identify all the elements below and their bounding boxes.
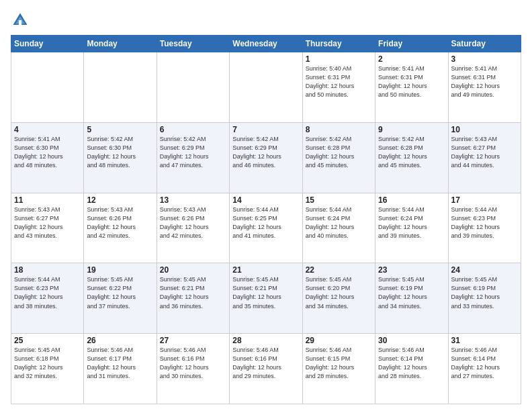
- calendar: SundayMondayTuesdayWednesdayThursdayFrid…: [11, 35, 521, 404]
- day-info: Sunrise: 5:42 AM Sunset: 6:29 PM Dayligh…: [232, 135, 299, 170]
- day-number: 29: [306, 336, 372, 345]
- day-number: 23: [378, 265, 445, 275]
- day-info: Sunrise: 5:45 AM Sunset: 6:20 PM Dayligh…: [306, 275, 372, 310]
- day-number: 22: [306, 265, 372, 275]
- day-info: Sunrise: 5:46 AM Sunset: 6:14 PM Dayligh…: [378, 346, 445, 381]
- day-number: 18: [14, 265, 81, 275]
- day-number: 2: [378, 54, 445, 64]
- calendar-week-row: 1Sunrise: 5:40 AM Sunset: 6:31 PM Daylig…: [11, 52, 521, 123]
- day-info: Sunrise: 5:45 AM Sunset: 6:21 PM Dayligh…: [232, 275, 299, 310]
- calendar-cell: 5Sunrise: 5:42 AM Sunset: 6:30 PM Daylig…: [84, 122, 157, 193]
- day-info: Sunrise: 5:42 AM Sunset: 6:29 PM Dayligh…: [160, 135, 226, 170]
- calendar-week-row: 18Sunrise: 5:44 AM Sunset: 6:23 PM Dayli…: [11, 263, 521, 334]
- day-info: Sunrise: 5:43 AM Sunset: 6:26 PM Dayligh…: [87, 205, 153, 240]
- weekday-header: Tuesday: [157, 36, 229, 52]
- calendar-cell: 11Sunrise: 5:43 AM Sunset: 6:27 PM Dayli…: [11, 193, 84, 263]
- day-number: 15: [306, 195, 372, 205]
- day-info: Sunrise: 5:41 AM Sunset: 6:30 PM Dayligh…: [14, 135, 81, 170]
- day-number: 11: [14, 195, 81, 205]
- day-info: Sunrise: 5:45 AM Sunset: 6:19 PM Dayligh…: [451, 275, 518, 310]
- calendar-cell: 12Sunrise: 5:43 AM Sunset: 6:26 PM Dayli…: [84, 193, 157, 263]
- calendar-cell: [11, 52, 84, 123]
- calendar-cell: 17Sunrise: 5:44 AM Sunset: 6:23 PM Dayli…: [448, 193, 521, 263]
- day-number: 16: [378, 195, 445, 205]
- day-info: Sunrise: 5:43 AM Sunset: 6:26 PM Dayligh…: [160, 205, 226, 240]
- day-number: 31: [451, 336, 518, 345]
- calendar-cell: 31Sunrise: 5:46 AM Sunset: 6:14 PM Dayli…: [448, 334, 521, 404]
- day-info: Sunrise: 5:44 AM Sunset: 6:24 PM Dayligh…: [378, 205, 445, 240]
- day-info: Sunrise: 5:46 AM Sunset: 6:14 PM Dayligh…: [451, 346, 518, 381]
- calendar-cell: 1Sunrise: 5:40 AM Sunset: 6:31 PM Daylig…: [302, 52, 375, 123]
- day-number: 12: [87, 195, 153, 205]
- calendar-cell: [230, 52, 302, 123]
- calendar-week-row: 25Sunrise: 5:45 AM Sunset: 6:18 PM Dayli…: [11, 334, 521, 404]
- calendar-cell: 16Sunrise: 5:44 AM Sunset: 6:24 PM Dayli…: [375, 193, 448, 263]
- day-info: Sunrise: 5:44 AM Sunset: 6:23 PM Dayligh…: [451, 205, 518, 240]
- header: [11, 11, 521, 30]
- day-number: 1: [306, 54, 372, 64]
- day-info: Sunrise: 5:44 AM Sunset: 6:23 PM Dayligh…: [14, 275, 81, 310]
- day-info: Sunrise: 5:43 AM Sunset: 6:27 PM Dayligh…: [14, 205, 81, 240]
- weekday-header: Friday: [375, 36, 448, 52]
- day-info: Sunrise: 5:44 AM Sunset: 6:24 PM Dayligh…: [306, 205, 372, 240]
- day-number: 20: [160, 265, 226, 275]
- calendar-cell: 13Sunrise: 5:43 AM Sunset: 6:26 PM Dayli…: [157, 193, 229, 263]
- day-info: Sunrise: 5:43 AM Sunset: 6:27 PM Dayligh…: [451, 135, 518, 170]
- weekday-header: Wednesday: [230, 36, 302, 52]
- day-info: Sunrise: 5:42 AM Sunset: 6:28 PM Dayligh…: [306, 135, 372, 170]
- day-info: Sunrise: 5:42 AM Sunset: 6:30 PM Dayligh…: [87, 135, 153, 170]
- day-info: Sunrise: 5:40 AM Sunset: 6:31 PM Dayligh…: [306, 64, 372, 99]
- day-number: 21: [232, 265, 299, 275]
- calendar-cell: 2Sunrise: 5:41 AM Sunset: 6:31 PM Daylig…: [375, 52, 448, 123]
- calendar-cell: 29Sunrise: 5:46 AM Sunset: 6:15 PM Dayli…: [302, 334, 375, 404]
- day-info: Sunrise: 5:42 AM Sunset: 6:28 PM Dayligh…: [378, 135, 445, 170]
- calendar-cell: 20Sunrise: 5:45 AM Sunset: 6:21 PM Dayli…: [157, 263, 229, 334]
- calendar-cell: 18Sunrise: 5:44 AM Sunset: 6:23 PM Dayli…: [11, 263, 84, 334]
- calendar-cell: 4Sunrise: 5:41 AM Sunset: 6:30 PM Daylig…: [11, 122, 84, 193]
- weekday-header: Monday: [84, 36, 157, 52]
- day-info: Sunrise: 5:45 AM Sunset: 6:21 PM Dayligh…: [160, 275, 226, 310]
- calendar-cell: 21Sunrise: 5:45 AM Sunset: 6:21 PM Dayli…: [230, 263, 302, 334]
- logo: [11, 11, 32, 30]
- day-info: Sunrise: 5:45 AM Sunset: 6:19 PM Dayligh…: [378, 275, 445, 310]
- calendar-cell: 6Sunrise: 5:42 AM Sunset: 6:29 PM Daylig…: [157, 122, 229, 193]
- calendar-cell: 27Sunrise: 5:46 AM Sunset: 6:16 PM Dayli…: [157, 334, 229, 404]
- calendar-cell: [157, 52, 229, 123]
- calendar-cell: 10Sunrise: 5:43 AM Sunset: 6:27 PM Dayli…: [448, 122, 521, 193]
- day-number: 3: [451, 54, 518, 64]
- day-number: 13: [160, 195, 226, 205]
- page: SundayMondayTuesdayWednesdayThursdayFrid…: [0, 0, 532, 411]
- day-number: 6: [160, 125, 226, 134]
- calendar-week-row: 4Sunrise: 5:41 AM Sunset: 6:30 PM Daylig…: [11, 122, 521, 193]
- calendar-cell: 14Sunrise: 5:44 AM Sunset: 6:25 PM Dayli…: [230, 193, 302, 263]
- calendar-cell: 23Sunrise: 5:45 AM Sunset: 6:19 PM Dayli…: [375, 263, 448, 334]
- day-number: 19: [87, 265, 153, 275]
- day-number: 10: [451, 125, 518, 134]
- calendar-cell: 28Sunrise: 5:46 AM Sunset: 6:16 PM Dayli…: [230, 334, 302, 404]
- day-number: 28: [232, 336, 299, 345]
- day-number: 25: [14, 336, 81, 345]
- day-info: Sunrise: 5:45 AM Sunset: 6:18 PM Dayligh…: [14, 346, 81, 381]
- svg-rect-2: [19, 20, 21, 25]
- day-number: 9: [378, 125, 445, 134]
- day-number: 26: [87, 336, 153, 345]
- day-number: 8: [306, 125, 372, 134]
- day-number: 17: [451, 195, 518, 205]
- day-number: 24: [451, 265, 518, 275]
- day-info: Sunrise: 5:46 AM Sunset: 6:16 PM Dayligh…: [160, 346, 226, 381]
- calendar-cell: 3Sunrise: 5:41 AM Sunset: 6:31 PM Daylig…: [448, 52, 521, 123]
- calendar-cell: 7Sunrise: 5:42 AM Sunset: 6:29 PM Daylig…: [230, 122, 302, 193]
- calendar-cell: 22Sunrise: 5:45 AM Sunset: 6:20 PM Dayli…: [302, 263, 375, 334]
- calendar-cell: 8Sunrise: 5:42 AM Sunset: 6:28 PM Daylig…: [302, 122, 375, 193]
- day-number: 5: [87, 125, 153, 134]
- day-number: 4: [14, 125, 81, 134]
- calendar-week-row: 11Sunrise: 5:43 AM Sunset: 6:27 PM Dayli…: [11, 193, 521, 263]
- day-number: 27: [160, 336, 226, 345]
- calendar-cell: 30Sunrise: 5:46 AM Sunset: 6:14 PM Dayli…: [375, 334, 448, 404]
- calendar-cell: [84, 52, 157, 123]
- calendar-cell: 24Sunrise: 5:45 AM Sunset: 6:19 PM Dayli…: [448, 263, 521, 334]
- day-number: 30: [378, 336, 445, 345]
- calendar-cell: 25Sunrise: 5:45 AM Sunset: 6:18 PM Dayli…: [11, 334, 84, 404]
- day-number: 14: [232, 195, 299, 205]
- weekday-header-row: SundayMondayTuesdayWednesdayThursdayFrid…: [11, 36, 521, 52]
